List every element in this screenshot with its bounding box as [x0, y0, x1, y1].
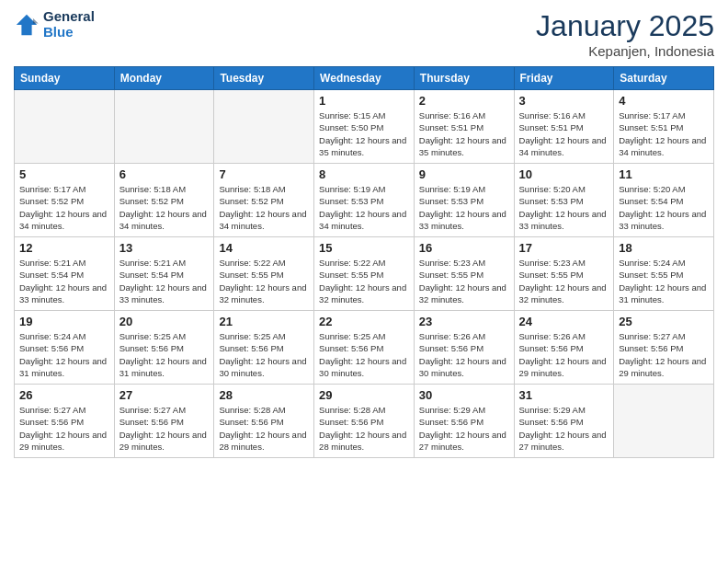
header-monday: Monday — [114, 67, 214, 90]
table-row: 10Sunrise: 5:20 AMSunset: 5:53 PMDayligh… — [514, 164, 614, 237]
table-row — [614, 385, 714, 458]
table-row: 16Sunrise: 5:23 AMSunset: 5:55 PMDayligh… — [414, 237, 514, 311]
day-info: Sunrise: 5:22 AMSunset: 5:55 PMDaylight:… — [319, 257, 409, 305]
table-row: 23Sunrise: 5:26 AMSunset: 5:56 PMDayligh… — [414, 311, 514, 385]
day-number: 29 — [319, 388, 409, 402]
day-info: Sunrise: 5:18 AMSunset: 5:52 PMDaylight:… — [119, 183, 210, 232]
logo: General Blue — [14, 9, 95, 40]
table-row: 13Sunrise: 5:21 AMSunset: 5:54 PMDayligh… — [114, 237, 214, 311]
day-info: Sunrise: 5:21 AMSunset: 5:54 PMDaylight:… — [119, 257, 210, 305]
day-number: 2 — [419, 94, 509, 108]
day-info: Sunrise: 5:29 AMSunset: 5:56 PMDaylight:… — [519, 404, 609, 453]
day-number: 20 — [119, 315, 210, 328]
day-info: Sunrise: 5:27 AMSunset: 5:56 PMDaylight:… — [19, 404, 109, 453]
calendar-table: Sunday Monday Tuesday Wednesday Thursday… — [14, 66, 714, 458]
day-info: Sunrise: 5:20 AMSunset: 5:53 PMDaylight:… — [519, 183, 609, 232]
day-info: Sunrise: 5:15 AMSunset: 5:50 PMDaylight:… — [319, 109, 409, 158]
day-number: 7 — [219, 167, 309, 181]
table-row: 5Sunrise: 5:17 AMSunset: 5:52 PMDaylight… — [15, 164, 115, 237]
header-sunday: Sunday — [15, 67, 115, 90]
day-number: 12 — [19, 241, 109, 255]
day-info: Sunrise: 5:28 AMSunset: 5:56 PMDaylight:… — [319, 404, 409, 453]
day-number: 9 — [419, 167, 509, 181]
svg-marker-0 — [17, 14, 37, 34]
table-row: 28Sunrise: 5:28 AMSunset: 5:56 PMDayligh… — [214, 385, 314, 458]
calendar-subtitle: Kepanjen, Indonesia — [536, 43, 714, 59]
day-number: 1 — [319, 94, 409, 108]
table-row: 14Sunrise: 5:22 AMSunset: 5:55 PMDayligh… — [214, 237, 314, 311]
table-row: 12Sunrise: 5:21 AMSunset: 5:54 PMDayligh… — [15, 237, 115, 311]
day-info: Sunrise: 5:16 AMSunset: 5:51 PMDaylight:… — [419, 109, 509, 158]
day-number: 6 — [119, 167, 210, 181]
table-row: 26Sunrise: 5:27 AMSunset: 5:56 PMDayligh… — [15, 385, 115, 458]
day-info: Sunrise: 5:19 AMSunset: 5:53 PMDaylight:… — [319, 183, 409, 232]
day-info: Sunrise: 5:27 AMSunset: 5:56 PMDaylight:… — [119, 404, 210, 453]
table-row: 7Sunrise: 5:18 AMSunset: 5:52 PMDaylight… — [214, 164, 314, 237]
day-info: Sunrise: 5:17 AMSunset: 5:51 PMDaylight:… — [619, 109, 709, 158]
day-number: 8 — [319, 167, 409, 181]
calendar-title: January 2025 — [536, 9, 714, 43]
day-info: Sunrise: 5:28 AMSunset: 5:56 PMDaylight:… — [219, 404, 309, 453]
table-row: 4Sunrise: 5:17 AMSunset: 5:51 PMDaylight… — [614, 90, 714, 164]
day-number: 11 — [619, 167, 709, 181]
calendar-week-row: 5Sunrise: 5:17 AMSunset: 5:52 PMDaylight… — [15, 164, 714, 237]
day-info: Sunrise: 5:23 AMSunset: 5:55 PMDaylight:… — [419, 257, 509, 305]
day-info: Sunrise: 5:18 AMSunset: 5:52 PMDaylight:… — [219, 183, 309, 232]
header: General Blue January 2025 Kepanjen, Indo… — [14, 9, 714, 59]
day-info: Sunrise: 5:26 AMSunset: 5:56 PMDaylight:… — [419, 330, 509, 379]
day-number: 27 — [119, 388, 210, 402]
table-row: 1Sunrise: 5:15 AMSunset: 5:50 PMDaylight… — [314, 90, 415, 164]
table-row: 31Sunrise: 5:29 AMSunset: 5:56 PMDayligh… — [514, 385, 614, 458]
day-info: Sunrise: 5:20 AMSunset: 5:54 PMDaylight:… — [619, 183, 709, 232]
table-row — [214, 90, 314, 164]
day-number: 24 — [519, 315, 609, 328]
day-number: 18 — [619, 241, 709, 255]
table-row: 22Sunrise: 5:25 AMSunset: 5:56 PMDayligh… — [314, 311, 415, 385]
day-number: 30 — [419, 388, 509, 402]
table-row: 8Sunrise: 5:19 AMSunset: 5:53 PMDaylight… — [314, 164, 415, 237]
weekday-header-row: Sunday Monday Tuesday Wednesday Thursday… — [15, 67, 714, 90]
day-number: 15 — [319, 241, 409, 255]
table-row: 17Sunrise: 5:23 AMSunset: 5:55 PMDayligh… — [514, 237, 614, 311]
calendar-week-row: 12Sunrise: 5:21 AMSunset: 5:54 PMDayligh… — [15, 237, 714, 311]
day-number: 21 — [219, 315, 309, 328]
day-number: 17 — [519, 241, 609, 255]
day-number: 4 — [619, 94, 709, 108]
header-wednesday: Wednesday — [314, 67, 415, 90]
day-info: Sunrise: 5:21 AMSunset: 5:54 PMDaylight:… — [19, 257, 109, 305]
day-number: 26 — [19, 388, 109, 402]
day-number: 16 — [419, 241, 509, 255]
header-saturday: Saturday — [614, 67, 714, 90]
logo-icon — [14, 12, 40, 38]
day-number: 19 — [19, 315, 109, 328]
day-info: Sunrise: 5:22 AMSunset: 5:55 PMDaylight:… — [219, 257, 309, 305]
header-tuesday: Tuesday — [214, 67, 314, 90]
header-friday: Friday — [514, 67, 614, 90]
day-number: 5 — [19, 167, 109, 181]
table-row: 29Sunrise: 5:28 AMSunset: 5:56 PMDayligh… — [314, 385, 415, 458]
calendar-week-row: 1Sunrise: 5:15 AMSunset: 5:50 PMDaylight… — [15, 90, 714, 164]
table-row: 11Sunrise: 5:20 AMSunset: 5:54 PMDayligh… — [614, 164, 714, 237]
table-row: 30Sunrise: 5:29 AMSunset: 5:56 PMDayligh… — [414, 385, 514, 458]
header-thursday: Thursday — [414, 67, 514, 90]
day-number: 31 — [519, 388, 609, 402]
table-row: 15Sunrise: 5:22 AMSunset: 5:55 PMDayligh… — [314, 237, 415, 311]
day-info: Sunrise: 5:23 AMSunset: 5:55 PMDaylight:… — [519, 257, 609, 305]
day-number: 25 — [619, 315, 709, 328]
day-number: 22 — [319, 315, 409, 328]
page: General Blue January 2025 Kepanjen, Indo… — [0, 0, 728, 563]
day-info: Sunrise: 5:26 AMSunset: 5:56 PMDaylight:… — [519, 330, 609, 379]
day-number: 3 — [519, 94, 609, 108]
day-number: 13 — [119, 241, 210, 255]
day-info: Sunrise: 5:24 AMSunset: 5:55 PMDaylight:… — [619, 257, 709, 305]
table-row: 21Sunrise: 5:25 AMSunset: 5:56 PMDayligh… — [214, 311, 314, 385]
title-block: January 2025 Kepanjen, Indonesia — [536, 9, 714, 59]
day-info: Sunrise: 5:16 AMSunset: 5:51 PMDaylight:… — [519, 109, 609, 158]
table-row: 24Sunrise: 5:26 AMSunset: 5:56 PMDayligh… — [514, 311, 614, 385]
day-number: 28 — [219, 388, 309, 402]
day-info: Sunrise: 5:19 AMSunset: 5:53 PMDaylight:… — [419, 183, 509, 232]
table-row: 19Sunrise: 5:24 AMSunset: 5:56 PMDayligh… — [15, 311, 115, 385]
day-number: 14 — [219, 241, 309, 255]
day-info: Sunrise: 5:29 AMSunset: 5:56 PMDaylight:… — [419, 404, 509, 453]
day-info: Sunrise: 5:17 AMSunset: 5:52 PMDaylight:… — [19, 183, 109, 232]
